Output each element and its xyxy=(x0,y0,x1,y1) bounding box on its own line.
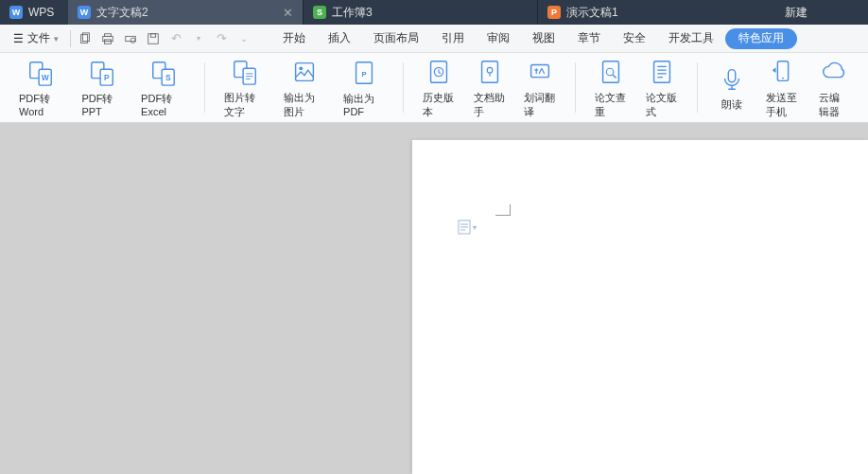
chevron-down-icon: ▾ xyxy=(54,34,59,44)
page-gutter xyxy=(0,123,412,474)
ribbon-label: 历史版本 xyxy=(423,91,455,119)
divider xyxy=(70,30,71,47)
svg-rect-32 xyxy=(728,70,736,82)
pdf-excel-icon: S xyxy=(148,58,179,88)
menu-tabs: 开始 插入 页面布局 引用 审阅 视图 章节 安全 开发工具 特色应用 xyxy=(271,25,797,53)
new-tab-button[interactable]: 新建 xyxy=(772,0,868,25)
tab-insert[interactable]: 插入 xyxy=(317,25,362,53)
doc-assistant-button[interactable]: 文档助手 xyxy=(464,53,515,122)
document-tab[interactable]: S 工作簿3 xyxy=(303,0,537,25)
file-label: 文件 xyxy=(27,30,50,46)
svg-rect-29 xyxy=(603,61,619,82)
cloud-icon xyxy=(819,57,849,87)
export-pdf-button[interactable]: P 输出为PDF xyxy=(334,53,393,122)
ribbon-label: 发送至手机 xyxy=(766,91,801,119)
pdf-to-word-button[interactable]: W PDF转Word xyxy=(9,53,72,122)
thesis-check-icon xyxy=(596,57,626,87)
cloud-editor-button[interactable]: 云编辑器 xyxy=(809,53,859,122)
ribbon-group-pdf-convert: W PDF转Word P PDF转PPT S PDF转Excel xyxy=(0,53,204,122)
ribbon-label: 云编辑器 xyxy=(819,91,849,119)
svg-point-27 xyxy=(487,67,493,73)
document-page[interactable]: ▾ xyxy=(412,140,868,474)
svg-text:W: W xyxy=(42,73,49,82)
export-image-button[interactable]: 输出为图片 xyxy=(274,53,334,122)
save-icon[interactable] xyxy=(145,30,162,47)
ribbon: W PDF转Word P PDF转PPT S PDF转Excel 图片转文字 输… xyxy=(0,53,868,123)
menubar: ☰ 文件 ▾ ↶ ▾ ↷ ⌄ 开始 插入 页面布局 引用 审阅 视图 章节 安全… xyxy=(0,25,868,53)
document-tab[interactable]: P 演示文稿1 xyxy=(537,0,772,25)
mobile-icon xyxy=(768,57,798,87)
print-preview-icon[interactable] xyxy=(122,30,139,47)
ribbon-group-export: 图片转文字 输出为图片 P 输出为PDF xyxy=(205,53,403,122)
document-tab-active[interactable]: W 文字文稿2 ✕ xyxy=(68,0,303,25)
history-button[interactable]: 历史版本 xyxy=(413,53,464,122)
history-icon xyxy=(424,57,454,87)
send-to-mobile-button[interactable]: 发送至手机 xyxy=(756,53,810,122)
copy-icon[interactable] xyxy=(77,30,94,47)
svg-rect-8 xyxy=(150,33,155,37)
pdf-ppt-icon: P xyxy=(87,58,117,88)
tab-label: 文字文稿2 xyxy=(96,5,148,21)
svg-rect-26 xyxy=(481,61,497,82)
close-icon[interactable]: ✕ xyxy=(283,6,293,20)
pdf-to-excel-button[interactable]: S PDF转Excel xyxy=(131,53,195,122)
tab-chapter[interactable]: 章节 xyxy=(566,25,612,53)
ribbon-label: 输出为PDF xyxy=(343,92,384,117)
svg-point-30 xyxy=(606,68,614,76)
undo-icon[interactable]: ↶ xyxy=(167,30,184,47)
ribbon-label: 论文版式 xyxy=(646,91,678,119)
svg-point-34 xyxy=(782,77,784,79)
tab-dev-tools[interactable]: 开发工具 xyxy=(657,25,725,53)
more-dropdown-icon[interactable]: ⌄ xyxy=(235,30,252,47)
thesis-layout-button[interactable]: 论文版式 xyxy=(636,53,687,122)
word-translate-button[interactable]: 划词翻译 xyxy=(514,53,565,122)
print-icon[interactable] xyxy=(99,30,116,47)
thesis-check-button[interactable]: 论文查重 xyxy=(585,53,636,122)
export-image-icon xyxy=(289,57,320,87)
svg-rect-7 xyxy=(148,33,159,44)
microphone-icon xyxy=(717,63,747,94)
undo-dropdown-icon[interactable]: ▾ xyxy=(190,30,207,47)
file-menu[interactable]: ☰ 文件 ▾ xyxy=(8,30,64,46)
doc-assist-icon xyxy=(475,57,505,87)
tab-start[interactable]: 开始 xyxy=(271,25,317,53)
tab-page-layout[interactable]: 页面布局 xyxy=(362,25,430,53)
tab-view[interactable]: 视图 xyxy=(521,25,566,53)
svg-text:S: S xyxy=(165,73,171,82)
svg-rect-20 xyxy=(295,62,313,80)
redo-icon[interactable]: ↷ xyxy=(213,30,230,47)
ribbon-label: 输出为图片 xyxy=(284,91,324,119)
chevron-down-icon: ▾ xyxy=(473,223,477,232)
img-to-text-button[interactable]: 图片转文字 xyxy=(215,53,274,122)
cursor-mark xyxy=(495,204,511,216)
ribbon-group-doc-tools: 历史版本 文档助手 划词翻译 xyxy=(404,53,575,122)
svg-text:P: P xyxy=(361,70,366,79)
tab-review[interactable]: 审阅 xyxy=(476,25,521,53)
app-label: WPS xyxy=(28,6,54,19)
ribbon-label: PDF转Word xyxy=(19,92,62,117)
paste-options-icon[interactable]: ▾ xyxy=(458,219,477,235)
translate-icon xyxy=(525,57,555,87)
wps-logo-icon: W xyxy=(9,6,23,19)
svg-rect-31 xyxy=(653,61,669,82)
tab-label: 演示文稿1 xyxy=(566,5,618,21)
tab-label: 工作簿3 xyxy=(332,5,373,21)
excel-doc-icon: S xyxy=(313,6,326,19)
tab-special-apps[interactable]: 特色应用 xyxy=(725,28,797,49)
ribbon-group-thesis: 论文查重 论文版式 xyxy=(576,53,697,122)
pdf-word-icon: W xyxy=(26,58,56,88)
ribbon-label: 划词翻译 xyxy=(524,91,556,119)
tab-security[interactable]: 安全 xyxy=(612,25,657,53)
ribbon-label: 图片转文字 xyxy=(224,91,265,119)
read-aloud-button[interactable]: 朗读 xyxy=(707,53,756,122)
app-brand[interactable]: W WPS xyxy=(0,0,68,25)
svg-point-6 xyxy=(130,38,135,43)
tab-reference[interactable]: 引用 xyxy=(430,25,476,53)
quick-access-toolbar: ↶ ▾ ↷ ⌄ xyxy=(77,30,252,47)
ribbon-label: 朗读 xyxy=(721,97,742,112)
pdf-to-ppt-button[interactable]: P PDF转PPT xyxy=(72,53,131,122)
thesis-layout-icon xyxy=(647,57,677,87)
ribbon-label: PDF转Excel xyxy=(141,92,185,117)
ribbon-label: 文档助手 xyxy=(474,91,506,119)
word-doc-icon: W xyxy=(78,6,91,19)
